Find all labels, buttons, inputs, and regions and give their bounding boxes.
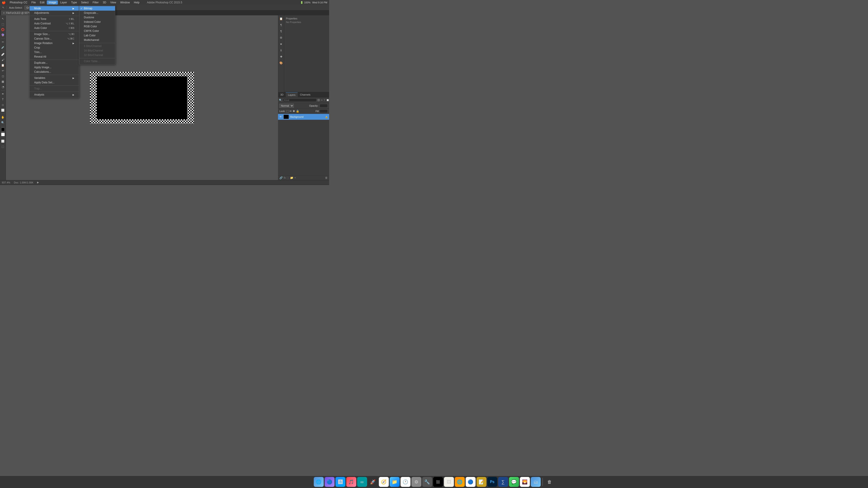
menubar-select[interactable]: Select — [79, 0, 90, 4]
submenu-cmyk[interactable]: CMYK Color — [79, 29, 115, 33]
opacity-input[interactable] — [320, 104, 328, 107]
magic-wand-tool[interactable]: 🔮 — [0, 33, 5, 37]
menubar-app-name[interactable]: Photoshop CC — [8, 0, 29, 4]
pen-tool[interactable]: ✒ — [0, 92, 5, 96]
filter-icon3[interactable]: T — [324, 99, 325, 101]
color-icon[interactable]: 🎨 — [279, 61, 284, 66]
menubar-help[interactable]: Help — [132, 0, 141, 4]
menu-item-calculations[interactable]: Calculations... — [30, 70, 79, 74]
layer-fx-btn[interactable]: fx — [284, 176, 286, 180]
char-icon[interactable]: ¶ — [279, 23, 284, 28]
menu-item-reveal-all[interactable]: Reveal All — [30, 55, 79, 59]
para-icon[interactable]: ¶ — [279, 29, 284, 34]
menubar-edit[interactable]: Edit — [38, 0, 46, 4]
layer-mask-btn[interactable]: ⬚ — [287, 176, 289, 180]
apple-menu[interactable]: 🍎 — [2, 1, 6, 4]
crosshair-icon[interactable]: ✚ — [279, 54, 284, 59]
menubar-view[interactable]: View — [108, 0, 118, 4]
menubar-type[interactable]: Type — [69, 0, 79, 4]
hand-tool[interactable]: ✋ — [0, 115, 5, 120]
tab-channels[interactable]: Channels — [298, 92, 313, 97]
selection-tool[interactable]: ⬚ — [0, 22, 5, 27]
menu-item-adjustments[interactable]: Adjustments ▶ — [30, 11, 79, 15]
link-layers-btn[interactable]: 🔗 — [279, 176, 283, 180]
menu-item-crop[interactable]: Crop — [30, 45, 79, 50]
menu-item-apply-image[interactable]: Apply Image... — [30, 65, 79, 70]
tab-3d[interactable]: 3D — [278, 92, 286, 97]
menubar-window[interactable]: Window — [119, 0, 132, 4]
status-arrow[interactable]: ▶ — [37, 181, 39, 184]
submenu-multichannel[interactable]: Multichannel — [79, 38, 115, 42]
heal-tool[interactable]: 🩹 — [0, 52, 5, 57]
right-icon-strip: 📋 ¶ ¶ ⚙ ★ ℹ ✚ 🎨 — [278, 15, 284, 92]
lock-move-icon[interactable]: ✚ — [293, 109, 295, 113]
brush-tool[interactable]: 🖌 — [0, 57, 5, 62]
quick-mask[interactable]: ⬜ — [0, 139, 5, 144]
eyedropper-tool[interactable]: 💉 — [0, 45, 5, 50]
style-icon[interactable]: ★ — [279, 41, 284, 46]
menu-item-mode[interactable]: Mode ▶ — [30, 6, 79, 11]
submenu-lab[interactable]: Lab Color — [79, 33, 115, 38]
layer-name-background: Background — [290, 116, 324, 118]
layer-background[interactable]: 👁 Background 🔒 — [278, 114, 329, 120]
layers-search-input[interactable] — [283, 98, 316, 102]
adjust-icon[interactable]: ⚙ — [279, 35, 284, 40]
menu-item-auto-contrast[interactable]: Auto Contrast ⌥⇧⌘L — [30, 21, 79, 26]
menu-item-image-size[interactable]: Image Size... ⌥⌘I — [30, 32, 79, 36]
menubar-file[interactable]: File — [30, 0, 37, 4]
menu-shortcut-auto-color: ⇧⌘B — [68, 27, 74, 30]
submenu-grayscale[interactable]: Grayscale... — [79, 11, 115, 15]
menubar-image[interactable]: Image — [47, 0, 58, 4]
stamp-tool[interactable]: 📋 — [0, 63, 5, 68]
screen-mode[interactable]: ⬚ — [0, 144, 5, 149]
foreground-color[interactable] — [1, 128, 5, 131]
submenu-rgb[interactable]: RGB Color — [79, 24, 115, 29]
doc-info: Doc: 1.00K/1.00K — [14, 181, 33, 184]
submenu-indexed-color[interactable]: Indexed Color — [79, 20, 115, 24]
path-tool[interactable]: ◇ — [0, 102, 5, 107]
info-icon[interactable]: ℹ — [279, 48, 284, 53]
lasso-tool[interactable]: ⭕ — [0, 27, 5, 32]
lock-edit-icon[interactable]: ✏ — [289, 109, 292, 113]
submenu-bitmap[interactable]: ✓ Bitmap — [79, 6, 115, 11]
menubar-3d[interactable]: 3D — [101, 0, 108, 4]
filter-icon1[interactable]: 🖼 — [317, 99, 320, 101]
history-tool[interactable]: ↩ — [0, 68, 5, 73]
submenu-duotone[interactable]: Duotone — [79, 15, 115, 20]
menu-item-variables[interactable]: Variables ▶ — [30, 76, 79, 80]
properties-icon[interactable]: 📋 — [279, 16, 284, 21]
menu-item-auto-tone[interactable]: Auto Tone ⇧⌘L — [30, 17, 79, 21]
dodge-tool[interactable]: ◔ — [0, 85, 5, 90]
layer-visibility[interactable]: 👁 — [279, 115, 282, 119]
statusbar: 937.4% Doc: 1.00K/1.00K ▶ — [0, 180, 329, 185]
zoom-tool[interactable]: 🔍 — [0, 120, 5, 125]
crop-tool[interactable]: ✂ — [0, 39, 5, 44]
shape-tool[interactable]: ⬜ — [0, 108, 5, 113]
background-color[interactable] — [1, 133, 5, 136]
menubar-layer[interactable]: Layer — [58, 0, 69, 4]
tab-layers[interactable]: Layers — [286, 92, 298, 97]
menu-item-canvas-size[interactable]: Canvas Size... ⌥⌘C — [30, 36, 79, 41]
delete-layer-btn[interactable]: 🗑 — [325, 176, 328, 180]
lock-all-icon[interactable]: 🔒 — [296, 109, 299, 113]
menu-item-auto-color[interactable]: Auto Color ⇧⌘B — [30, 26, 79, 30]
move-tool[interactable]: ↖ — [0, 16, 5, 21]
text-tool[interactable]: T — [0, 97, 5, 102]
layers-panel: 3D Layers Channels 🔍 🖼 ✏ T 🔲 🔒 ● Normal … — [278, 92, 329, 180]
menu-item-apply-data-set[interactable]: Apply Data Set... — [30, 80, 79, 85]
new-layer-btn[interactable]: + — [294, 176, 296, 180]
menu-item-duplicate[interactable]: Duplicate... — [30, 61, 79, 65]
filter-icon4[interactable]: 🔲 — [326, 99, 329, 102]
lock-px-icon[interactable]: ⬚ — [286, 109, 289, 113]
fill-input[interactable] — [320, 109, 328, 113]
gradient-tool[interactable]: ▦ — [0, 79, 5, 84]
eraser-tool[interactable]: ◻ — [0, 74, 5, 78]
new-group-btn[interactable]: 📁 — [290, 176, 293, 180]
tab-close[interactable]: × — [3, 11, 4, 14]
layer-mode-select[interactable]: Normal Multiply Screen — [279, 104, 294, 108]
menu-item-trim[interactable]: Trim... — [30, 50, 79, 55]
menubar-filter[interactable]: Filter — [91, 0, 101, 4]
filter-icon2[interactable]: ✏ — [321, 99, 323, 102]
menu-item-image-rotation[interactable]: Image Rotation ▶ — [30, 41, 79, 45]
menu-item-analysis[interactable]: Analysis ▶ — [30, 92, 79, 97]
